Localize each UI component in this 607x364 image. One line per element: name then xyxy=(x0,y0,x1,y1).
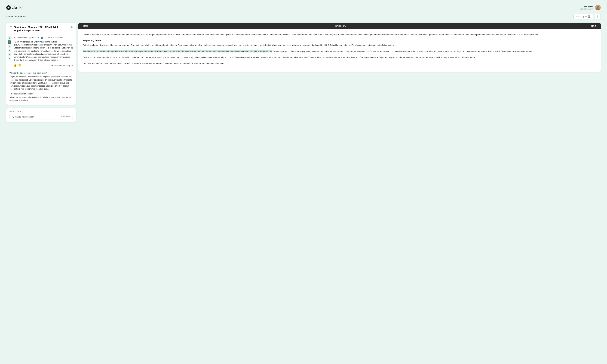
svg-point-3 xyxy=(597,6,599,8)
remove-label: Remove from summary xyxy=(51,64,70,66)
nav-actions: Scratchpad ⋮ xyxy=(573,13,601,19)
trash-icon: 🗑 xyxy=(71,64,73,67)
card-meta: 🔖 Commentary 📅 Dec 2021 👤 P. D' Avout, A… xyxy=(13,37,73,39)
back-arrow-icon: ‹ xyxy=(6,15,7,18)
calendar-icon: 📅 xyxy=(28,37,31,39)
bookmark-icon: 🔖 xyxy=(13,37,16,39)
scratchpad-button[interactable]: Scratchpad xyxy=(573,14,593,19)
dig-deeper-title: DIG DEEPER xyxy=(10,111,73,113)
header-right: User name user@email.com xyxy=(580,5,601,11)
section-num-6[interactable]: 6 xyxy=(8,57,11,60)
meta-authors: 👤 P. D' Avout, A. Gaudemet xyxy=(41,37,63,39)
right-arrow-icon: › xyxy=(597,25,597,27)
thumbs-down-button[interactable]: 👎 xyxy=(18,64,21,67)
doc-paragraph-1: Velit sunt consequat anim sint irure lab… xyxy=(83,33,596,37)
vote-actions: 👍 👎 xyxy=(13,64,21,67)
user-email: user@email.com xyxy=(580,8,593,10)
search-icon: 🔍 xyxy=(12,116,14,118)
thumbs-up-button[interactable]: 👍 xyxy=(13,64,17,67)
highlight-counter: Highlight 1/5 xyxy=(333,25,346,27)
doc-subheading-1: Adipisicing Lorem xyxy=(83,39,596,41)
meta-type-label: Commentary xyxy=(17,37,26,39)
dig-deeper-input[interactable] xyxy=(15,116,60,118)
qa-answer-2: Aliquip est excepteur minim et amet ad a… xyxy=(10,96,73,102)
logo-container: atla BETA xyxy=(6,5,23,10)
scratchpad-icon xyxy=(588,15,590,18)
section-num-4[interactable]: 4 xyxy=(8,49,11,52)
svg-point-1 xyxy=(8,7,9,8)
section-num-2[interactable]: 2 xyxy=(8,40,11,44)
meta-authors-label: P. D' Avout, A. Gaudemet xyxy=(44,37,63,39)
doc-paragraph-2: Adipisicing Lorem dolore incididunt magn… xyxy=(83,43,596,47)
right-panel: ‹ Back Highlight 1/5 Next › Velit sunt c… xyxy=(79,23,601,72)
meta-date-label: Dec 2021 xyxy=(31,37,39,39)
meta-type: 🔖 Commentary xyxy=(13,37,26,39)
beta-badge: BETA xyxy=(18,6,23,9)
section-num-1[interactable]: 1 xyxy=(8,36,11,40)
hamburger-icon[interactable]: ☰ xyxy=(10,26,12,29)
back-nav-label: Back xyxy=(83,25,88,27)
section-num-5[interactable]: 5 xyxy=(8,53,11,56)
doc-header: ☰ Staudinger / Magnus (2021) ROM I Art 4… xyxy=(6,23,76,34)
logo-text: atla xyxy=(12,6,17,10)
doc-header-left: ☰ Staudinger / Magnus (2021) ROM I Art 4… xyxy=(10,26,64,32)
card-actions: 👍 👎 Remove from summary 🗑 xyxy=(13,64,73,67)
qa-question-1: Who is the addressee of this document? xyxy=(10,72,73,74)
app-container: atla BETA User name user@email.com ‹ Bac… xyxy=(0,0,607,364)
section-num-3[interactable]: 3 xyxy=(8,45,11,48)
avatar xyxy=(595,5,601,11)
paragraph-3-after: Consectetur qui cupidatat ex aliquip exe… xyxy=(272,50,533,52)
more-button[interactable]: ⋮ xyxy=(595,13,601,19)
main-content: ☰ Staudinger / Magnus (2021) ROM I Art 4… xyxy=(6,23,601,122)
remove-button[interactable]: Remove from summary 🗑 xyxy=(51,64,73,67)
user-name: User name xyxy=(580,6,593,8)
card-row: 1 2 3 4 5 6 🔖 Commentary xyxy=(6,34,76,69)
header: atla BETA User name user@email.com xyxy=(6,3,601,13)
card-content: 🔖 Commentary 📅 Dec 2021 👤 P. D' Avout, A… xyxy=(12,34,76,69)
more-icon: ⋮ xyxy=(596,15,599,18)
scratchpad-label: Scratchpad xyxy=(576,15,587,18)
next-nav-label: Next xyxy=(591,25,596,27)
qa-section: Who is the addressee of this document? A… xyxy=(6,69,76,104)
doc-paragraph-4: Duis ut minim deserunt mollit minim ad e… xyxy=(83,56,596,59)
person-icon: 👤 xyxy=(41,37,43,39)
next-button[interactable]: Next › xyxy=(591,25,597,27)
qa-question-2: This is another question? xyxy=(10,93,73,95)
scope-badge: in this scope xyxy=(61,116,71,118)
back-label: Back to summary xyxy=(8,15,26,18)
search-container: 🔍 in this scope xyxy=(10,114,73,119)
highlight-nav: ‹ Back Highlight 1/5 Next › xyxy=(79,23,601,29)
section-numbers: 1 2 3 4 5 6 xyxy=(6,34,12,69)
user-info: User name user@email.com xyxy=(580,6,593,10)
left-arrow-icon: ‹ xyxy=(81,25,82,27)
doc-title: Staudinger / Magnus (2021) ROM I Art 4 I… xyxy=(13,26,64,32)
nav-bar: ‹ Back to summary Scratchpad ⋮ xyxy=(6,13,601,19)
meta-date: 📅 Dec 2021 xyxy=(28,37,39,39)
highlighted-text: Pariatur excepteur cillum dolore proiden… xyxy=(83,50,272,52)
external-link-icon[interactable]: ⧉ xyxy=(71,26,73,28)
doc-content: Velit sunt consequat anim sint irure lab… xyxy=(79,29,601,72)
back-button[interactable]: ‹ Back xyxy=(81,25,88,27)
logo-icon xyxy=(6,5,11,10)
qa-answer-1: Aliquip est excepteur minim et amet ad a… xyxy=(10,75,73,91)
doc-paragraph-3: Pariatur excepteur cillum dolore proiden… xyxy=(83,50,596,53)
card-body-text: Ja, ein Kreditinstitut mit Sitz in Deuts… xyxy=(13,40,73,62)
back-link[interactable]: ‹ Back to summary xyxy=(6,15,26,18)
doc-paragraph-5: Dolore exercitation elit cillum pariatur… xyxy=(83,62,596,65)
left-panel: ☰ Staudinger / Magnus (2021) ROM I Art 4… xyxy=(6,23,76,104)
dig-deeper-panel: DIG DEEPER 🔍 in this scope xyxy=(6,108,76,122)
